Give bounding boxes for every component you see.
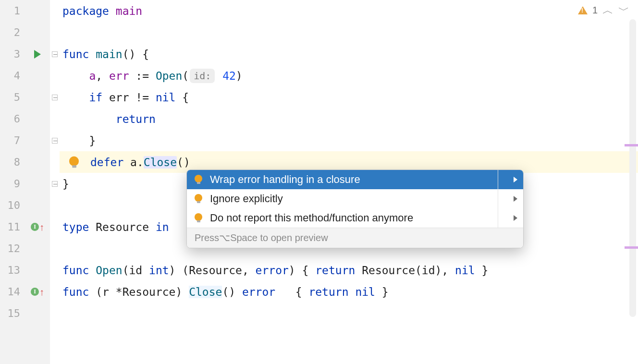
keyboard-key-option: ⌥ (219, 232, 230, 243)
identifier-selected: Close (144, 156, 177, 169)
fold-toggle[interactable] (50, 43, 60, 65)
code-line[interactable]: func Open(id int) (Resource, error) { re… (60, 259, 638, 281)
popup-divider (498, 170, 498, 228)
error-stripe-marker[interactable] (625, 144, 638, 146)
fold-toggle[interactable] (50, 173, 60, 194)
parameter-hint: id: (190, 69, 215, 83)
lightbulb-icon (194, 194, 203, 204)
intention-actions-popup: Wrap error handling in a closure Ignore … (186, 170, 524, 248)
identifier-usage: Close (189, 286, 222, 298)
scrollbar[interactable] (629, 19, 636, 317)
code-line[interactable] (60, 22, 638, 43)
code-line[interactable] (60, 303, 638, 324)
code-line[interactable]: a, err := Open(id: 42) (60, 65, 638, 86)
error-stripe-marker[interactable] (625, 246, 638, 249)
line-number[interactable]: 10 (0, 194, 25, 216)
lightbulb-icon (194, 175, 203, 184)
gutter-line-numbers: 1 2 3 4 5 6 7 8 9 10 11 12 13 14 15 (0, 0, 25, 364)
implements-up-icon: I↑ (31, 222, 44, 232)
line-number[interactable]: 9 (0, 173, 25, 194)
line-number[interactable]: 1 (0, 0, 25, 22)
code-line[interactable]: if err != nil { (60, 86, 638, 108)
implements-gutter-icon[interactable]: I↑ (25, 216, 50, 238)
line-number[interactable]: 6 (0, 108, 25, 130)
intention-bulb-icon[interactable] (69, 157, 79, 170)
line-number[interactable]: 11 (0, 216, 25, 238)
code-line[interactable]: } (60, 130, 638, 151)
chevron-down-icon[interactable]: ﹀ (618, 3, 629, 18)
inspection-summary[interactable]: 1 ︿ ﹀ (578, 3, 629, 18)
implements-gutter-icon[interactable]: I↑ (25, 281, 50, 303)
line-number[interactable]: 14 (0, 281, 25, 303)
line-number[interactable]: 4 (0, 65, 25, 86)
warning-triangle-icon (578, 6, 588, 14)
fold-toggle[interactable] (50, 86, 60, 108)
gutter-fold (50, 0, 60, 364)
lightbulb-icon (194, 213, 203, 223)
intention-action-item[interactable]: Wrap error handling in a closure (187, 170, 523, 189)
intention-action-item[interactable]: Ignore explicitly (187, 189, 523, 208)
line-number[interactable]: 13 (0, 259, 25, 281)
code-line[interactable]: return (60, 108, 638, 130)
warning-count: 1 (592, 5, 598, 16)
popup-footer-hint: Press ⌥Space to open preview (187, 228, 523, 248)
implements-up-icon: I↑ (31, 287, 44, 297)
line-number[interactable]: 7 (0, 130, 25, 151)
code-line[interactable]: func (r *Resource) Close() error { retur… (60, 281, 638, 303)
intention-action-item[interactable]: Do not report this method/function anymo… (187, 208, 523, 228)
gutter-icons: I↑ I↑ (25, 0, 50, 364)
line-number[interactable]: 12 (0, 238, 25, 259)
submenu-arrow-icon (514, 215, 517, 221)
submenu-arrow-icon (514, 177, 517, 182)
submenu-arrow-icon (514, 196, 517, 202)
fold-toggle[interactable] (50, 130, 60, 151)
run-triangle-icon (34, 50, 41, 59)
line-number[interactable]: 8 (0, 151, 25, 173)
line-number[interactable]: 2 (0, 22, 25, 43)
line-number[interactable]: 5 (0, 86, 25, 108)
run-gutter-icon[interactable] (25, 43, 50, 65)
code-line[interactable]: package main (60, 0, 638, 22)
code-line[interactable]: func main() { (60, 43, 638, 65)
line-number[interactable]: 3 (0, 43, 25, 65)
line-number[interactable]: 15 (0, 303, 25, 324)
chevron-up-icon[interactable]: ︿ (602, 3, 613, 18)
